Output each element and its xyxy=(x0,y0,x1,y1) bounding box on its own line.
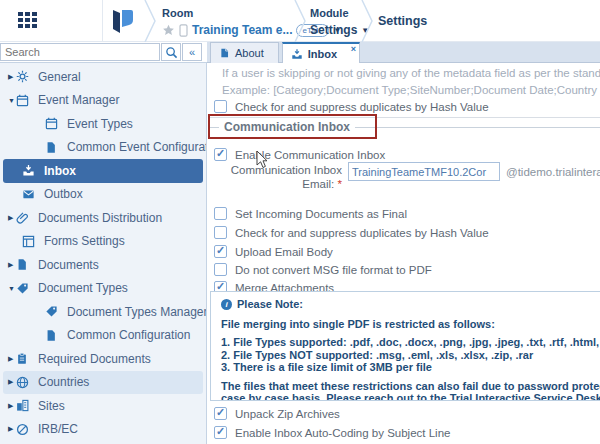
email-domain-suffix: @tidemo.trialinteractive.com xyxy=(506,166,600,178)
checkbox-label: Set Incoming Documents as Final xyxy=(235,208,407,220)
app-logo[interactable] xyxy=(110,8,136,40)
sidebar-item-label: Event Manager xyxy=(38,93,119,107)
sidebar-item-irb-ec[interactable]: ▶ IRB/EC xyxy=(3,418,203,442)
collapse-sidebar-button[interactable]: « xyxy=(182,43,202,61)
favorite-star-icon[interactable] xyxy=(162,24,175,37)
sites-icon xyxy=(16,399,29,412)
please-note-box: i Please Note: File merging into single … xyxy=(210,291,600,401)
required-mark: * xyxy=(338,178,342,190)
grid-icon xyxy=(18,12,40,32)
checkbox[interactable] xyxy=(214,426,227,439)
sidebar-item-label: Inbox xyxy=(44,164,76,178)
sidebar-item-label: Documents Distribution xyxy=(38,211,162,225)
room-name[interactable]: Training Team e... xyxy=(192,23,292,37)
app-launcher-button[interactable] xyxy=(18,12,40,32)
chevron-down-icon[interactable]: ▼ xyxy=(3,285,16,292)
checkbox[interactable] xyxy=(214,407,227,420)
checkbox[interactable] xyxy=(214,100,227,113)
tab-inbox[interactable]: Inbox × xyxy=(282,42,360,63)
sidebar-item-label: Countries xyxy=(38,375,89,389)
module-value[interactable]: Settings xyxy=(310,23,357,37)
sidebar-item-documents[interactable]: ▶ Documents xyxy=(3,253,203,277)
checkbox[interactable] xyxy=(214,207,227,220)
chevron-right-icon[interactable]: ▶ xyxy=(3,425,16,433)
search-input[interactable] xyxy=(0,43,160,61)
settings-panel: If a user is skipping or not giving any … xyxy=(208,63,600,444)
sidebar-item-label: General xyxy=(38,70,81,84)
sidebar-item-common-event-configuration[interactable]: Common Event Configuration xyxy=(3,136,203,160)
section-divider xyxy=(208,117,600,118)
sidebar-item-label: Document Types Management xyxy=(67,305,207,319)
checkbox-label: Enable Communication Inbox xyxy=(235,149,385,161)
sidebar-item-label: Common Event Configuration xyxy=(67,140,207,154)
breadcrumb-chevron xyxy=(360,0,374,42)
metadata-example-text: Example: [Category;Document Type;SiteNum… xyxy=(222,84,600,96)
sidebar-item-label: Documents xyxy=(38,258,99,272)
checkbox-label: Upload Email Body xyxy=(235,246,333,258)
sidebar-item-label: Common Configuration xyxy=(67,328,190,342)
metadata-help-text: If a user is skipping or not giving any … xyxy=(222,67,600,79)
search-button[interactable] xyxy=(161,43,181,61)
logo-icon xyxy=(110,8,136,36)
tab-label: Inbox xyxy=(308,48,337,60)
checkbox-row-hash-comm: Check for and suppress duplicates by Has… xyxy=(214,226,489,239)
inbox-icon xyxy=(291,48,303,60)
sidebar-item-required-documents[interactable]: ▶ Required Documents xyxy=(3,347,203,371)
sidebar-item-document-types[interactable]: ▼ Document Types xyxy=(3,277,203,301)
paperclip-icon xyxy=(16,211,29,224)
note-footer: The files that meet these restrictions c… xyxy=(221,380,600,393)
note-title: Please Note: xyxy=(237,298,303,311)
form-icon xyxy=(22,235,35,248)
checkbox[interactable] xyxy=(214,226,227,239)
sidebar-item-label: Sites xyxy=(38,399,65,413)
document-icon xyxy=(45,329,57,342)
checkbox[interactable] xyxy=(214,263,227,276)
checkbox-label: Check for and suppress duplicates by Has… xyxy=(235,101,489,113)
mail-icon xyxy=(22,188,35,200)
gear-icon xyxy=(16,70,29,83)
sidebar-item-sites[interactable]: ▶ Sites xyxy=(3,394,203,418)
calendar-icon xyxy=(16,94,29,107)
inbox-icon xyxy=(22,164,35,177)
sidebar-item-countries[interactable]: ▶ Countries xyxy=(3,371,203,395)
note-item: 3. There is a file size limit of 3MB per… xyxy=(221,361,600,374)
chevron-right-icon[interactable]: ▶ xyxy=(3,73,16,81)
close-tab-icon[interactable]: × xyxy=(351,44,356,54)
header-divider xyxy=(102,0,103,42)
sidebar-item-label: Required Documents xyxy=(38,352,151,366)
note-footer: case by case basis. Please reach out to … xyxy=(221,392,600,401)
tag-icon xyxy=(45,305,58,318)
note-intro: File merging into single PDF is restrict… xyxy=(221,318,600,331)
checkbox-row-auto-coding: Enable Inbox Auto-Coding by Subject Line xyxy=(214,426,450,439)
email-field-label: Communication Inbox Email: * xyxy=(214,163,342,191)
sidebar-item-document-types-management[interactable]: Document Types Management xyxy=(3,300,203,324)
calendar-icon xyxy=(45,117,58,130)
sidebar-item-event-types[interactable]: Event Types xyxy=(3,112,203,136)
checkbox-row-upload-email-body: Upload Email Body xyxy=(214,245,333,258)
sidebar-item-label: Document Types xyxy=(38,281,128,295)
sidebar-item-outbox[interactable]: Outbox xyxy=(3,183,203,207)
sidebar-item-inbox[interactable]: Inbox xyxy=(3,159,203,183)
sidebar-tree: ▶ General ▼ Event Manager Event Types xyxy=(0,63,207,444)
globe-icon xyxy=(16,376,29,389)
chevron-down-icon[interactable]: ▼ xyxy=(3,97,16,104)
tab-about[interactable]: About xyxy=(210,42,279,63)
note-item: 1. File Types supported: .pdf, .doc, .do… xyxy=(221,336,600,349)
sidebar-item-common-configuration[interactable]: Common Configuration xyxy=(3,324,203,348)
checkbox-row-no-msg-pdf: Do not convert MSG file format to PDF xyxy=(214,263,432,276)
sidebar-item-event-manager[interactable]: ▼ Event Manager xyxy=(3,89,203,113)
checkbox[interactable] xyxy=(214,245,227,258)
communication-inbox-email-input[interactable] xyxy=(348,162,500,181)
sidebar-item-general[interactable]: ▶ General xyxy=(3,65,203,89)
chevron-right-icon[interactable]: ▶ xyxy=(3,402,16,410)
chevron-right-icon[interactable]: ▶ xyxy=(3,355,16,363)
chevron-right-icon[interactable]: ▶ xyxy=(3,214,16,222)
section-legend: Communication Inbox xyxy=(208,120,600,134)
sidebar-item-forms-settings[interactable]: Forms Settings xyxy=(3,230,203,254)
checkbox-label: Check for and suppress duplicates by Has… xyxy=(235,227,489,239)
app-header: Room Training Team e... eTMF ▼ Module Se… xyxy=(0,0,600,42)
chevron-right-icon[interactable]: ▶ xyxy=(3,261,16,269)
chevron-right-icon[interactable]: ▶ xyxy=(3,378,16,386)
checkbox[interactable] xyxy=(214,148,227,161)
sidebar-item-documents-distribution[interactable]: ▶ Documents Distribution xyxy=(3,206,203,230)
